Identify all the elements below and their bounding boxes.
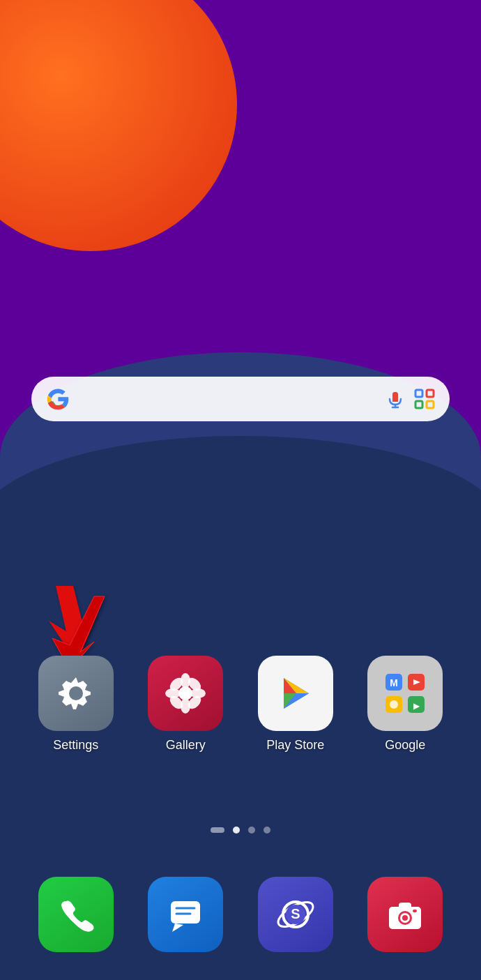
page-indicators <box>0 827 481 834</box>
page-indicator-apps <box>211 827 224 833</box>
app-item-google-folder: M ▶ Google <box>360 656 450 753</box>
apps-row: Settings Gallery <box>0 656 481 753</box>
samsung-internet-dock-icon[interactable]: S <box>258 877 333 952</box>
gear-icon <box>54 672 98 715</box>
svg-point-12 <box>69 686 83 700</box>
svg-point-22 <box>179 687 192 700</box>
settings-label: Settings <box>53 738 98 753</box>
svg-text:M: M <box>390 677 398 688</box>
samsung-internet-icon: S <box>275 894 316 935</box>
camera-icon <box>385 894 425 935</box>
google-logo <box>45 386 70 412</box>
google-folder-icon[interactable]: M ▶ <box>367 656 443 731</box>
svg-rect-8 <box>427 390 434 397</box>
lens-search-button[interactable] <box>413 388 436 410</box>
google-folder-grid-icon: M ▶ <box>381 670 429 717</box>
svg-rect-10 <box>427 401 434 408</box>
svg-rect-45 <box>413 910 417 912</box>
svg-rect-41 <box>399 903 411 910</box>
google-folder-label: Google <box>385 738 425 753</box>
flower-icon <box>164 672 207 715</box>
settings-app-icon[interactable] <box>38 656 114 731</box>
page-indicator-2 <box>248 827 255 834</box>
google-search-bar[interactable] <box>31 377 450 421</box>
search-bar-container <box>31 377 450 421</box>
svg-text:S: S <box>291 906 300 921</box>
play-store-app-icon[interactable] <box>258 656 333 731</box>
voice-search-button[interactable] <box>384 388 406 410</box>
svg-rect-9 <box>415 401 422 408</box>
play-store-label: Play Store <box>266 738 324 753</box>
svg-rect-5 <box>392 396 398 402</box>
messages-icon <box>165 894 206 935</box>
messages-dock-icon[interactable] <box>148 877 223 952</box>
app-item-gallery: Gallery <box>140 656 231 753</box>
svg-marker-33 <box>172 924 183 932</box>
play-store-icon <box>274 672 317 715</box>
page-indicator-3 <box>264 827 270 834</box>
dock-row: S <box>0 877 481 952</box>
app-item-play-store: Play Store <box>250 656 341 753</box>
camera-dock-icon[interactable] <box>367 877 443 952</box>
svg-rect-7 <box>415 390 422 397</box>
app-item-settings: Settings <box>31 656 121 753</box>
svg-rect-32 <box>171 901 200 924</box>
svg-point-44 <box>402 915 408 921</box>
page-indicator-1 <box>233 827 240 834</box>
phone-icon <box>56 894 96 935</box>
gallery-label: Gallery <box>166 738 206 753</box>
gallery-app-icon[interactable] <box>148 656 223 731</box>
svg-point-30 <box>390 700 398 709</box>
phone-dock-icon[interactable] <box>38 877 114 952</box>
